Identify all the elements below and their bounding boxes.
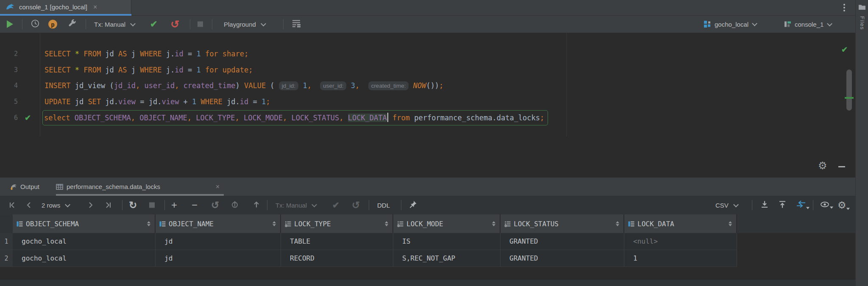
row-number[interactable]: 2 xyxy=(0,250,13,267)
list-layout-icon xyxy=(292,19,301,28)
table-cell[interactable]: jd xyxy=(156,250,281,267)
console-toolbar: p Tx: Manual ✔ ↺ Playground gocho_local xyxy=(0,16,855,33)
column-enum-icon xyxy=(285,221,291,227)
column-header-object_schema[interactable]: OBJECT_SCHEMA xyxy=(13,214,156,233)
code-line-2[interactable]: SELECT * FROM jd AS j WHERE j.id = 1 for… xyxy=(0,46,838,62)
table-cell[interactable]: S,REC_NOT_GAP xyxy=(393,250,501,267)
output-layout-button[interactable] xyxy=(292,19,301,29)
sort-arrows-icon[interactable] xyxy=(492,221,495,226)
tab-console-1[interactable]: console_1 [gocho_local] × xyxy=(0,0,131,14)
result-commit-button[interactable]: ✔ xyxy=(332,200,339,210)
column-header-object_name[interactable]: OBJECT_NAME xyxy=(156,214,281,233)
sort-arrows-icon[interactable] xyxy=(616,221,619,226)
view-options-button[interactable] xyxy=(820,201,830,210)
column-header-lock_type[interactable]: LOCK_TYPE xyxy=(281,214,393,233)
settings-wrench-button[interactable] xyxy=(68,19,77,30)
row-number[interactable]: 1 xyxy=(0,233,13,250)
rollback-button[interactable]: ↺ xyxy=(170,20,179,28)
grid-settings-button[interactable]: ⚙ xyxy=(837,200,846,211)
table-cell[interactable]: TABLE xyxy=(281,233,393,250)
run-button[interactable] xyxy=(7,20,13,28)
table-cell[interactable]: GRANTED xyxy=(501,250,624,267)
check-icon: ✔ xyxy=(150,19,158,29)
next-page-button[interactable] xyxy=(88,202,93,208)
row-count-dropdown[interactable]: 2 rows xyxy=(42,202,70,209)
playground-dropdown[interactable]: Playground xyxy=(224,21,265,28)
column-header-lock_status[interactable]: LOCK_STATUS xyxy=(501,214,624,233)
column-header-lock_mode[interactable]: LOCK_MODE xyxy=(393,214,501,233)
panel-gap: ⚙ xyxy=(0,136,855,177)
panel-settings-gear-icon[interactable]: ⚙ xyxy=(818,160,827,171)
table-cell[interactable]: 1 xyxy=(624,250,737,267)
toolbar-separator xyxy=(813,200,813,210)
schema-switcher-dropdown[interactable]: gocho_local xyxy=(704,20,757,28)
sort-arrows-icon[interactable] xyxy=(729,221,732,226)
play-icon xyxy=(7,20,13,28)
compare-data-button[interactable] xyxy=(796,200,806,210)
result-tab-label: performance_schema.data_locks xyxy=(67,183,160,190)
code-line-partial[interactable]: SELECT * FROM jd AS j WHERE j.id = 1; xyxy=(0,33,838,36)
sql-editor[interactable]: SELECT * FROM jd AS j WHERE j.id = 1; SE… xyxy=(0,33,855,136)
code-line-6[interactable]: select OBJECT_SCHEMA, OBJECT_NAME, LOCK_… xyxy=(0,110,838,126)
chevron-down-icon xyxy=(65,202,70,208)
delete-row-button[interactable]: − xyxy=(192,199,198,211)
code-line-5[interactable]: UPDATE jd SET jd.view = jd.view + 1 WHER… xyxy=(0,94,838,110)
folder-icon[interactable] xyxy=(858,4,866,10)
stop-button[interactable] xyxy=(198,22,203,27)
previous-page-button[interactable] xyxy=(26,202,31,208)
table-cell[interactable]: IS xyxy=(393,233,501,250)
refresh-icon: ↻ xyxy=(129,200,137,211)
toolbar-separator xyxy=(283,19,284,29)
ddl-button[interactable]: DDL xyxy=(377,202,390,209)
close-icon[interactable]: × xyxy=(216,183,220,191)
add-row-button[interactable]: + xyxy=(171,199,177,211)
console-selector-label: console_1 xyxy=(795,21,823,28)
table-cell[interactable]: gocho_local xyxy=(13,250,156,267)
code-line-4[interactable]: INSERT jd_view (jd_id, user_id, created_… xyxy=(0,78,838,94)
commit-button[interactable]: ✔ xyxy=(150,19,158,29)
gear-icon: ⚙ xyxy=(837,200,846,211)
refresh-button[interactable]: ↻ xyxy=(129,200,137,211)
table-cell[interactable]: <null> xyxy=(624,233,737,250)
column-header-lock_data[interactable]: LOCK_DATA xyxy=(624,214,737,233)
import-data-button[interactable] xyxy=(778,201,787,210)
stop-query-button[interactable] xyxy=(149,203,155,208)
result-rollback-button[interactable]: ↺ xyxy=(352,200,360,211)
tx-mode-dropdown[interactable]: Tx: Manual xyxy=(94,21,135,28)
last-page-button[interactable] xyxy=(104,202,112,208)
tab-result-grid[interactable]: performance_schema.data_locks × xyxy=(56,178,224,196)
pin-icon xyxy=(409,200,417,209)
table-cell[interactable]: GRANTED xyxy=(501,233,624,250)
close-icon[interactable]: × xyxy=(93,3,97,11)
table-cell[interactable]: RECORD xyxy=(281,250,393,267)
files-stripe-button[interactable]: Files xyxy=(859,16,865,30)
minimize-panel-icon[interactable] xyxy=(838,166,845,167)
toolbar-separator xyxy=(369,200,369,210)
eye-icon xyxy=(820,201,830,208)
first-page-button[interactable] xyxy=(8,202,16,208)
header-corner-cell[interactable] xyxy=(0,214,13,233)
inspections-ok-icon[interactable]: ✔ xyxy=(841,45,848,54)
tab-output[interactable]: Output xyxy=(9,178,39,196)
result-tx-dropdown[interactable]: Tx: Manual xyxy=(275,202,316,209)
editor-scrollbar-thumb[interactable] xyxy=(846,69,852,111)
table-cell[interactable]: jd xyxy=(156,233,281,250)
export-data-button[interactable] xyxy=(760,201,769,210)
submit-button[interactable] xyxy=(231,200,239,210)
commit-arrow-button[interactable] xyxy=(253,201,260,210)
sort-arrows-icon[interactable] xyxy=(385,221,388,226)
table-cell[interactable]: gocho_local xyxy=(13,233,156,250)
sort-arrows-icon[interactable] xyxy=(147,221,150,226)
parameters-button[interactable]: p xyxy=(48,20,57,29)
code-line-3[interactable]: SELECT * FROM jd AS j WHERE j.id = 1 for… xyxy=(0,62,838,78)
check-icon: ✔ xyxy=(332,200,339,210)
kebab-menu-icon[interactable] xyxy=(842,4,847,11)
export-format-dropdown[interactable]: CSV xyxy=(715,202,738,209)
editor-tab-bar: console_1 [gocho_local] × xyxy=(0,0,855,16)
console-switcher-dropdown[interactable]: console_1 xyxy=(784,21,832,28)
pin-tab-button[interactable] xyxy=(409,200,417,210)
history-button[interactable] xyxy=(31,19,40,30)
revert-button[interactable]: ↺ xyxy=(211,200,219,211)
line-number: 6 xyxy=(0,110,18,126)
sort-arrows-icon[interactable] xyxy=(273,221,276,226)
